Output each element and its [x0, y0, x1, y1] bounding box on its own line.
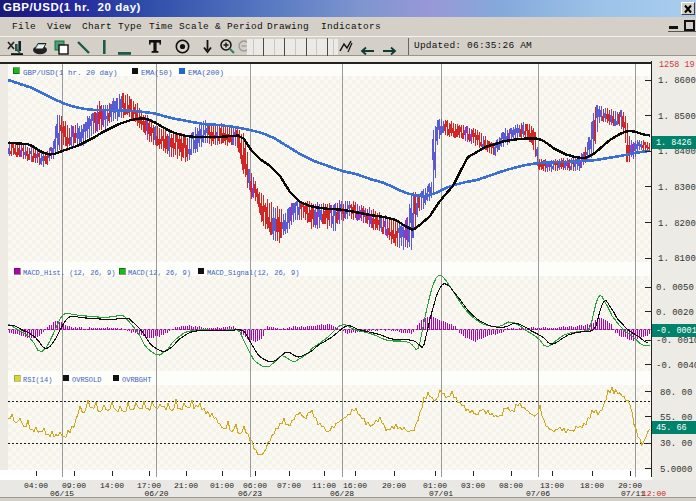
svg-text:18:00: 18:00: [580, 481, 604, 490]
svg-text:06/20: 06/20: [144, 489, 168, 498]
svg-text:1. 8600: 1. 8600: [658, 76, 696, 86]
svg-text:OVRBGHT: OVRBGHT: [122, 376, 151, 384]
svg-text:1. 8426: 1. 8426: [656, 138, 692, 148]
svg-text:45. 66: 45. 66: [656, 423, 687, 433]
svg-text:EMA(200): EMA(200): [188, 69, 224, 77]
svg-text:-0. 0040: -0. 0040: [656, 361, 696, 371]
svg-text:1. 8300: 1. 8300: [658, 183, 696, 193]
svg-text:21:00: 21:00: [174, 481, 198, 490]
svg-text:MACD(12, 26, 9): MACD(12, 26, 9): [128, 269, 191, 277]
svg-text:12:00: 12:00: [642, 489, 666, 498]
svg-text:14:00: 14:00: [100, 481, 124, 490]
svg-text:08:00: 08:00: [499, 481, 523, 490]
svg-text:5.0000: 5.0000: [660, 465, 692, 475]
svg-text:OVRSOLD: OVRSOLD: [72, 376, 101, 384]
svg-text:RSI(14): RSI(14): [23, 376, 52, 384]
svg-text:MACD_Signal(12, 26, 9): MACD_Signal(12, 26, 9): [207, 269, 299, 277]
svg-text:03:00: 03:00: [461, 481, 485, 490]
svg-text:EMA(50): EMA(50): [141, 69, 173, 77]
svg-text:06/15: 06/15: [50, 489, 74, 498]
svg-text:1. 8100: 1. 8100: [658, 254, 696, 264]
svg-text:0. 0050: 0. 0050: [656, 283, 694, 293]
svg-text:07/01: 07/01: [429, 489, 453, 498]
svg-text:30. 00: 30. 00: [660, 439, 692, 449]
svg-text:1. 8500: 1. 8500: [658, 112, 696, 122]
svg-text:-0. 0010: -0. 0010: [656, 336, 696, 346]
svg-text:01:00: 01:00: [210, 481, 234, 490]
svg-text:06/23: 06/23: [238, 489, 262, 498]
svg-text:1258 19: 1258 19: [659, 60, 695, 70]
svg-text:07:00: 07:00: [277, 481, 301, 490]
svg-text:GBP/USD(1 hr. 20 day): GBP/USD(1 hr. 20 day): [23, 69, 118, 77]
svg-text:-0. 0001: -0. 0001: [656, 326, 696, 336]
svg-text:0. 0020: 0. 0020: [656, 308, 694, 318]
svg-text:07/06: 07/06: [526, 489, 550, 498]
svg-text:1. 8200: 1. 8200: [658, 219, 696, 229]
svg-text:80. 00: 80. 00: [660, 388, 692, 398]
svg-text:04:00: 04:00: [24, 481, 48, 490]
svg-text:20:00: 20:00: [382, 481, 406, 490]
svg-text:MACD_Hist. (12, 26, 9): MACD_Hist. (12, 26, 9): [23, 269, 115, 277]
svg-text:1. 8400: 1. 8400: [658, 147, 696, 157]
svg-text:06/28: 06/28: [330, 489, 354, 498]
